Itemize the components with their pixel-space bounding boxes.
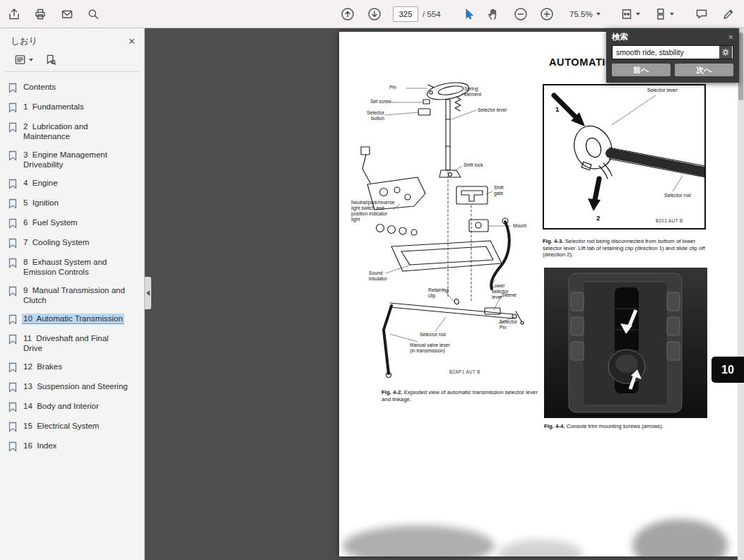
find-next-button[interactable]: 次へ bbox=[675, 64, 733, 76]
figure-caption-text: Console trim mounting screws (arrows). bbox=[567, 423, 663, 429]
bookmark-icon bbox=[8, 422, 17, 432]
bookmark-icon bbox=[8, 334, 17, 345]
select-tool-button[interactable] bbox=[459, 4, 479, 24]
find-button[interactable] bbox=[83, 4, 103, 24]
bookmark-item-9-manual-transmission[interactable]: 9 Manual Transmission and Clutch bbox=[0, 281, 144, 309]
bookmark-item-8-exhaust[interactable]: 8 Exhaust System and Emission Controls bbox=[0, 253, 144, 281]
bookmark-item-2-lubrication[interactable]: 2 Lubrication and Maintenance bbox=[0, 117, 144, 145]
page-display-dropdown[interactable] bbox=[650, 4, 678, 24]
part-label: Selector rod bbox=[420, 332, 455, 338]
figure-4-4-caption: Fig. 4-4. Console trim mounting screws (… bbox=[544, 423, 709, 430]
bookmark-item-contents[interactable]: Contents bbox=[0, 78, 144, 97]
comment-button[interactable] bbox=[692, 4, 711, 24]
bookmark-item-13-suspension[interactable]: 13 Suspension and Steering bbox=[0, 377, 144, 397]
next-page-button[interactable] bbox=[365, 4, 384, 24]
search-options-button[interactable] bbox=[719, 46, 732, 59]
search-input[interactable] bbox=[613, 46, 719, 59]
close-panel-button[interactable]: × bbox=[129, 36, 135, 47]
page-fit-dropdown[interactable] bbox=[616, 4, 644, 24]
pdf-page: AUTOMATIC bbox=[339, 32, 738, 556]
share-button[interactable] bbox=[4, 4, 24, 24]
search-popup-header: 検索 × bbox=[612, 32, 733, 42]
bookmarks-panel: しおり × Contents 1 Fundamentals 2 Lubricat… bbox=[0, 28, 145, 560]
email-button[interactable] bbox=[57, 4, 77, 24]
bookmark-icon bbox=[8, 362, 17, 373]
bookmark-item-16-index[interactable]: 16 Index bbox=[0, 436, 144, 456]
bookmark-icon bbox=[8, 286, 17, 297]
bookmark-item-12-brakes[interactable]: 12 Brakes bbox=[0, 357, 144, 377]
figure-4-2-exploded-diagram: Pin Set screw Selector button Spring ele… bbox=[350, 78, 541, 386]
page-title: AUTOMATIC bbox=[549, 56, 613, 68]
console-photo bbox=[544, 268, 707, 418]
bookmark-label-selected: 10 Automatic Transmission bbox=[22, 314, 124, 323]
print-button[interactable] bbox=[30, 4, 50, 24]
search-input-row bbox=[612, 45, 733, 59]
part-label: Selector button bbox=[359, 110, 384, 121]
chevron-down-icon bbox=[670, 13, 674, 16]
bookmark-options-button[interactable] bbox=[14, 54, 33, 66]
bookmark-icon bbox=[8, 441, 17, 452]
bookmark-label: 15 Electrical System bbox=[22, 421, 100, 431]
bookmark-item-7-cooling-system[interactable]: 7 Cooling System bbox=[0, 233, 144, 253]
part-label: Spring element bbox=[464, 86, 487, 97]
bookmark-icon bbox=[8, 382, 17, 393]
cursor-icon bbox=[463, 8, 476, 20]
bookmark-item-3-engine-management[interactable]: 3 Engine Management Driveability bbox=[0, 145, 144, 174]
figure-caption-text: Exploded view of automatic transmission … bbox=[382, 389, 538, 403]
bookmarks-panel-title: しおり bbox=[11, 35, 37, 47]
close-search-button[interactable]: × bbox=[728, 32, 733, 42]
hand-icon bbox=[487, 8, 500, 20]
locate-current-bookmark-button[interactable] bbox=[45, 54, 57, 66]
bookmark-item-15-electrical[interactable]: 15 Electrical System bbox=[0, 417, 144, 436]
part-label: Selector lever bbox=[478, 107, 520, 113]
pen-icon bbox=[722, 8, 735, 20]
bookmarks-panel-header: しおり × bbox=[0, 28, 144, 50]
bookmark-item-1-fundamentals[interactable]: 1 Fundamentals bbox=[0, 97, 144, 117]
comment-icon bbox=[695, 8, 708, 20]
figure-code: B2AP1 AUT B bbox=[449, 369, 480, 374]
chevron-left-icon bbox=[146, 290, 150, 296]
zoom-in-button[interactable] bbox=[537, 4, 557, 24]
bookmark-label: 6 Fuel System bbox=[22, 218, 79, 227]
exploded-view-drawing bbox=[350, 78, 541, 386]
bookmark-item-14-body-interior[interactable]: 14 Body and Interior bbox=[0, 397, 144, 417]
bookmark-item-5-ignition[interactable]: 5 Ignition bbox=[0, 193, 144, 213]
fill-sign-button[interactable] bbox=[719, 4, 738, 24]
vertical-scrollbar[interactable] bbox=[738, 28, 744, 560]
step-number: 1 bbox=[555, 105, 559, 113]
figure-number: Fig. 4-2. bbox=[382, 389, 402, 395]
collapse-sidebar-handle[interactable] bbox=[145, 277, 151, 309]
bookmark-item-6-fuel-system[interactable]: 6 Fuel System bbox=[0, 213, 144, 233]
figure-4-3-selector-rod-drawing: Selector lever Selector rod 1 2 B201 AUT… bbox=[543, 84, 706, 230]
chevron-down-icon bbox=[636, 13, 640, 16]
part-label: Shift lock bbox=[463, 162, 492, 168]
zoom-out-button[interactable] bbox=[511, 4, 531, 24]
bookmark-icon bbox=[8, 258, 17, 268]
search-popup-title: 検索 bbox=[612, 32, 628, 42]
scrollbar-thumb[interactable] bbox=[738, 32, 743, 100]
bookmark-item-10-automatic-transmission[interactable]: 10 Automatic Transmission bbox=[0, 309, 144, 329]
bookmarks-toolbar bbox=[5, 50, 139, 72]
bookmark-label: 12 Brakes bbox=[22, 362, 64, 371]
bookmark-icon bbox=[8, 83, 17, 93]
bookmark-icon bbox=[8, 179, 17, 189]
previous-page-button[interactable] bbox=[338, 4, 358, 24]
bookmark-icon bbox=[8, 314, 17, 325]
page-number-input[interactable] bbox=[393, 6, 418, 22]
bookmark-item-11-driveshaft[interactable]: 11 Driveshaft and Final Drive bbox=[0, 329, 144, 357]
bookmark-icon bbox=[8, 198, 17, 209]
find-previous-button[interactable]: 前へ bbox=[612, 64, 671, 76]
locate-bookmark-icon bbox=[45, 54, 57, 66]
zoom-level-label: 75.5% bbox=[569, 10, 593, 18]
bookmark-label: 16 Index bbox=[22, 441, 58, 451]
bookmark-label: 14 Body and Interior bbox=[22, 401, 100, 411]
bookmark-label: 4 Engine bbox=[22, 178, 59, 188]
bookmark-item-4-engine[interactable]: 4 Engine bbox=[0, 174, 144, 193]
figure-caption-text: Selector rod being disconnected from bot… bbox=[543, 238, 705, 258]
hand-tool-button[interactable] bbox=[483, 4, 503, 24]
part-label: Selector rod bbox=[664, 193, 704, 198]
scan-shadow bbox=[498, 540, 583, 556]
zoom-level-dropdown[interactable]: 75.5% bbox=[569, 0, 601, 28]
figure-4-3-caption: Fig. 4-3. Selector rod being disconnecte… bbox=[543, 238, 707, 258]
scan-shadow bbox=[632, 519, 728, 556]
